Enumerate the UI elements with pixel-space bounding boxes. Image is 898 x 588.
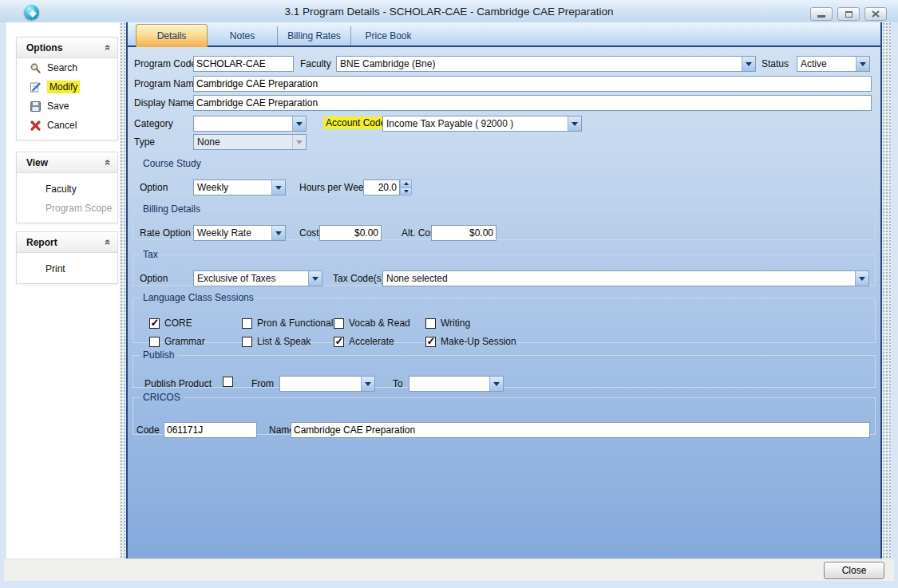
tab-label: Notes xyxy=(230,30,255,41)
category-value xyxy=(194,116,292,131)
session-label: Grammar xyxy=(164,336,205,347)
type-dropdown: None xyxy=(193,134,307,150)
program-name-input[interactable] xyxy=(193,76,872,92)
maximize-button[interactable] xyxy=(837,7,860,21)
right-splitter[interactable] xyxy=(882,22,892,558)
dropdown-arrow-icon[interactable] xyxy=(742,57,755,71)
session-checkbox-4[interactable]: Grammar xyxy=(149,336,205,347)
tab-price-book[interactable]: Price Book xyxy=(350,26,425,45)
sidebar-item-label: Faculty xyxy=(45,184,77,195)
publish-to-label: To xyxy=(393,378,403,389)
session-label: List & Speak xyxy=(257,336,311,347)
hours-per-week-stepper[interactable] xyxy=(363,180,412,195)
report-panel-header[interactable]: Report « xyxy=(17,232,117,253)
sidebar-item-modify[interactable]: Modify xyxy=(17,77,117,97)
minimize-icon xyxy=(817,15,825,18)
view-panel-header[interactable]: View « xyxy=(17,152,117,173)
checkbox-icon[interactable] xyxy=(242,318,252,329)
session-checkbox-1[interactable]: Pron & Functional xyxy=(242,318,333,329)
sidebar-item-print[interactable]: Print xyxy=(17,259,117,278)
options-panel-header[interactable]: Options « xyxy=(17,37,117,58)
tax-option-dropdown[interactable]: Exclusive of Taxes xyxy=(193,270,322,286)
dropdown-arrow-icon[interactable] xyxy=(489,377,503,391)
sidebar-splitter[interactable] xyxy=(120,22,126,558)
status-dropdown[interactable]: Active xyxy=(797,56,870,72)
collapse-chevron-icon[interactable]: « xyxy=(102,45,114,50)
language-class-sessions-group: Language Class Sessions CORE Pron & Func… xyxy=(133,292,876,343)
cricos-code-input[interactable] xyxy=(164,422,257,438)
session-checkbox-7[interactable]: Make-Up Session xyxy=(425,336,516,347)
view-panel-title: View xyxy=(26,157,48,168)
language-class-sessions-title: Language Class Sessions xyxy=(140,292,257,303)
account-code-dropdown[interactable]: Income Tax Payable ( 92000 ) xyxy=(382,116,582,132)
dropdown-arrow-icon[interactable] xyxy=(271,226,285,240)
window-controls xyxy=(810,7,887,21)
tax-codes-label: Tax Code(s) xyxy=(333,273,385,284)
tab-billing-rates[interactable]: Billing Rates xyxy=(277,26,350,45)
session-label: Vocab & Read xyxy=(349,318,410,329)
sidebar-item-search[interactable]: Search xyxy=(17,58,117,77)
collapse-chevron-icon[interactable]: « xyxy=(102,239,114,245)
checkbox-icon[interactable] xyxy=(425,337,436,347)
publish-product-checkbox[interactable] xyxy=(223,377,233,387)
title-bar: 3.1 Program Details - SCHOLAR-CAE - Camb… xyxy=(0,0,898,22)
close-button[interactable]: Close xyxy=(824,562,884,579)
tab-bar: Details Notes Billing Rates Price Book xyxy=(128,22,880,47)
publish-to-dropdown[interactable] xyxy=(409,376,504,392)
faculty-value: BNE Cambridge (Bne) xyxy=(337,57,742,71)
publish-from-value xyxy=(280,377,361,391)
tab-details[interactable]: Details xyxy=(136,24,208,47)
sidebar-item-cancel[interactable]: Cancel xyxy=(17,116,117,135)
dropdown-arrow-icon[interactable] xyxy=(361,377,374,391)
display-name-input[interactable] xyxy=(193,95,872,111)
spinner-down-icon[interactable] xyxy=(400,188,412,196)
session-checkbox-0[interactable]: CORE xyxy=(149,318,192,329)
checkbox-icon[interactable] xyxy=(425,318,436,329)
publish-title: Publish xyxy=(140,349,177,361)
sidebar-item-save[interactable]: Save xyxy=(17,97,117,116)
program-code-input[interactable] xyxy=(193,56,294,72)
tax-title: Tax xyxy=(140,249,161,260)
sidebar-item-faculty[interactable]: Faculty xyxy=(17,180,117,199)
minimize-button[interactable] xyxy=(810,7,833,21)
session-checkbox-3[interactable]: Writing xyxy=(425,318,470,329)
rate-option-value: Weekly Rate xyxy=(194,226,271,240)
alt-cost-input[interactable] xyxy=(431,225,496,241)
checkbox-icon[interactable] xyxy=(149,337,160,347)
checkbox-icon[interactable] xyxy=(334,337,344,347)
checkbox-icon[interactable] xyxy=(149,318,160,329)
tax-codes-dropdown[interactable]: None selected xyxy=(382,270,869,286)
publish-from-dropdown[interactable] xyxy=(279,376,375,392)
tab-notes[interactable]: Notes xyxy=(208,26,277,45)
view-panel: View « Faculty Program Scope xyxy=(16,152,118,223)
session-checkbox-6[interactable]: Accelerate xyxy=(334,336,394,347)
cricos-name-input[interactable] xyxy=(291,422,870,438)
session-checkbox-2[interactable]: Vocab & Read xyxy=(334,318,410,329)
course-option-dropdown[interactable]: Weekly xyxy=(193,180,286,195)
cost-input[interactable] xyxy=(319,225,382,241)
dropdown-arrow-icon[interactable] xyxy=(308,271,322,286)
category-dropdown[interactable] xyxy=(193,116,307,132)
dropdown-arrow-icon[interactable] xyxy=(855,271,868,286)
dropdown-arrow-icon[interactable] xyxy=(292,116,306,131)
dropdown-arrow-icon[interactable] xyxy=(271,180,285,195)
billing-details-group: Billing Details Rate Option Weekly Rate … xyxy=(133,203,876,240)
checkbox-icon[interactable] xyxy=(334,318,344,329)
checkbox-icon[interactable] xyxy=(242,337,252,347)
close-window-button[interactable] xyxy=(864,7,887,21)
rate-option-dropdown[interactable]: Weekly Rate xyxy=(193,225,286,241)
session-checkbox-5[interactable]: List & Speak xyxy=(242,336,311,347)
tax-option-value: Exclusive of Taxes xyxy=(194,271,308,286)
program-code-label: Program Code xyxy=(134,58,196,69)
course-option-value: Weekly xyxy=(194,180,271,195)
spinner-up-icon[interactable] xyxy=(400,180,412,188)
dropdown-arrow-icon[interactable] xyxy=(856,57,869,71)
cricos-group: CRICOS Code Name xyxy=(133,392,876,435)
hours-per-week-input[interactable] xyxy=(363,180,400,195)
sidebar-item-label: Cancel xyxy=(47,120,77,131)
publish-group: Publish Publish Product From To xyxy=(133,349,876,388)
faculty-dropdown[interactable]: BNE Cambridge (Bne) xyxy=(336,56,756,72)
collapse-chevron-icon[interactable]: « xyxy=(102,160,114,165)
sidebar-item-program-scope[interactable]: Program Scope xyxy=(17,199,117,218)
dropdown-arrow-icon[interactable] xyxy=(568,116,581,131)
